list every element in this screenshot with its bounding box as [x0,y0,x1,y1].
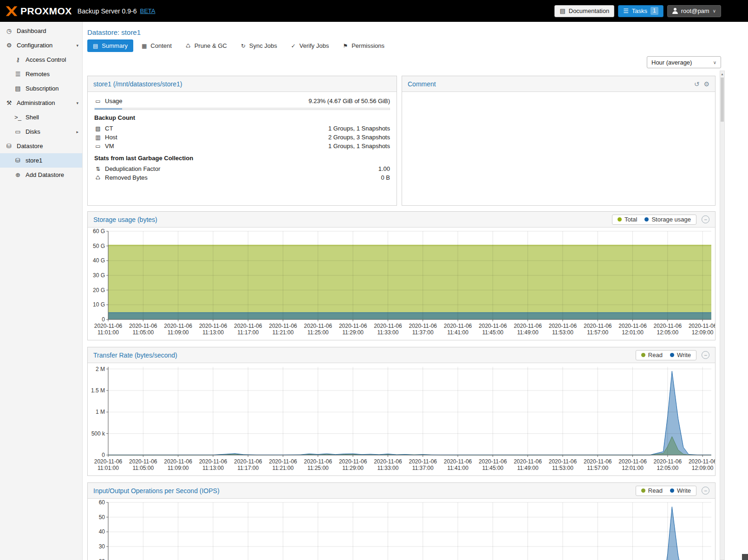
svg-text:2020-11-06: 2020-11-06 [654,458,682,465]
ticket-icon: ▤ [14,85,22,92]
panel-header: Storage usage (bytes) Total Storage usag… [88,212,715,228]
sidebar-item-subscription[interactable]: ▤ Subscription [0,81,82,96]
usage-value: 9.23% (4.67 GiB of 50.56 GiB) [308,98,390,104]
svg-text:2020-11-06: 2020-11-06 [269,458,297,465]
sidebar-item-disks[interactable]: ▭ Disks ▸ [0,124,82,139]
sidebar-item-dashboard[interactable]: ◷ Dashboard [0,24,82,38]
legend-item-write[interactable]: Write [670,487,691,494]
sidebar-item-shell[interactable]: >_ Shell [0,110,82,124]
svg-text:11:29:00: 11:29:00 [342,465,364,471]
svg-text:12:09:00: 12:09:00 [692,329,714,336]
legend-item-read[interactable]: Read [641,487,663,494]
comment-body[interactable] [402,92,715,101]
svg-text:2020-11-06: 2020-11-06 [199,323,228,329]
user-menu-button[interactable]: root@pam ∨ [667,5,721,17]
svg-text:11:49:00: 11:49:00 [517,465,539,471]
svg-text:12:05:00: 12:05:00 [657,465,679,471]
documentation-button[interactable]: ▤ Documentation [554,5,614,17]
proxmox-logo: PROXMOX [5,6,72,17]
svg-text:500 k: 500 k [91,430,105,437]
svg-text:2020-11-06: 2020-11-06 [339,458,367,465]
sidebar-item-datastore[interactable]: ⛁ Datastore [0,139,82,153]
tab-content[interactable]: ▦ Content [136,39,177,52]
beta-link[interactable]: BETA [140,7,155,14]
svg-text:60 G: 60 G [93,228,105,234]
svg-text:2020-11-06: 2020-11-06 [234,323,262,329]
sidebar-item-access-control[interactable]: ⚷ Access Control [0,52,82,67]
svg-text:12:01:00: 12:01:00 [622,465,644,471]
collapse-icon[interactable]: − [702,351,709,359]
panel-header: Input/Output Operations per Second (IOPS… [88,483,715,499]
brand-name: PROXMOX [20,6,72,17]
datastore-summary-panel: store1 (/mnt/datastores/store1) ▭ Usage … [87,76,397,206]
tasks-count-badge: 1 [650,7,658,15]
collapse-icon[interactable]: − [702,487,709,495]
svg-text:11:25:00: 11:25:00 [307,329,329,336]
svg-text:10 G: 10 G [93,301,105,308]
building-icon: ▥ [94,134,102,141]
svg-text:2020-11-06: 2020-11-06 [409,323,437,329]
legend-item-read[interactable]: Read [641,352,663,358]
sidebar-item-add-datastore[interactable]: ⊕ Add Datastore [0,168,82,182]
svg-text:11:05:00: 11:05:00 [132,465,154,471]
table-row: ⇅ Deduplication Factor 1.00 [94,164,390,173]
cube-icon: ▧ [94,125,102,132]
svg-text:11:33:00: 11:33:00 [377,329,399,336]
scroll-up-icon[interactable]: ▲ [720,71,724,77]
legend-item-total[interactable]: Total [618,216,637,223]
expander-down-icon[interactable]: ▾ [76,101,78,105]
svg-text:2020-11-06: 2020-11-06 [164,323,192,329]
svg-text:2020-11-06: 2020-11-06 [304,458,332,465]
legend-item-storage-usage[interactable]: Storage usage [644,216,691,223]
svg-text:2020-11-06: 2020-11-06 [689,323,715,329]
chevron-down-icon: ∨ [713,60,716,65]
chart-legend: Total Storage usage [612,215,696,225]
tab-prune-gc[interactable]: ♺ Prune & GC [180,39,233,52]
svg-text:11:45:00: 11:45:00 [482,465,503,471]
refresh-icon[interactable]: ↺ [694,80,700,88]
sidebar-item-store1[interactable]: ⛁ store1 [0,153,82,168]
main-content: Datastore: store1 ▤ Summary ▦ Content ♺ … [83,22,748,560]
svg-text:2020-11-06: 2020-11-06 [444,323,472,329]
svg-text:2020-11-06: 2020-11-06 [199,458,228,465]
legend-dot [644,217,649,221]
tab-summary[interactable]: ▤ Summary [87,39,133,52]
svg-text:0: 0 [102,452,105,458]
svg-text:2020-11-06: 2020-11-06 [374,458,402,465]
svg-text:2020-11-06: 2020-11-06 [444,458,472,465]
svg-text:2020-11-06: 2020-11-06 [339,323,367,329]
svg-text:11:05:00: 11:05:00 [132,329,154,336]
tab-permissions[interactable]: ⚑ Permissions [337,39,390,52]
sidebar-item-administration[interactable]: ⚒ Administration ▾ [0,96,82,110]
tab-sync-jobs[interactable]: ↻ Sync Jobs [235,39,283,52]
svg-text:40 G: 40 G [93,257,105,264]
svg-text:50 G: 50 G [93,243,105,249]
svg-text:2 M: 2 M [96,366,105,372]
collapse-icon[interactable]: − [702,215,709,223]
expander-down-icon[interactable]: ▾ [76,43,78,48]
tasks-button[interactable]: ☰ Tasks 1 [618,5,663,17]
grid-icon: ▦ [142,43,147,49]
sidebar-item-remotes[interactable]: ☰ Remotes [0,67,82,81]
legend-item-write[interactable]: Write [670,352,691,358]
gear-icon[interactable]: ⚙ [703,80,709,88]
svg-text:12:05:00: 12:05:00 [657,329,679,336]
tab-verify-jobs[interactable]: ✓ Verify Jobs [286,39,335,52]
scrollbar-thumb[interactable] [721,78,724,122]
svg-text:11:57:00: 11:57:00 [587,465,608,471]
svg-text:2020-11-06: 2020-11-06 [374,323,402,329]
svg-text:11:25:00: 11:25:00 [307,465,329,471]
svg-text:60: 60 [99,499,105,506]
usage-progress-fill [95,108,122,110]
svg-text:2020-11-06: 2020-11-06 [514,323,542,329]
expander-right-icon[interactable]: ▸ [76,130,78,134]
key-icon: ⚷ [14,56,22,63]
usage-progress-bar [94,108,390,110]
vertical-scrollbar[interactable]: ▲ [720,71,725,560]
svg-text:11:01:00: 11:01:00 [98,329,119,336]
svg-text:2020-11-06: 2020-11-06 [234,458,262,465]
iops-panel: Input/Output Operations per Second (IOPS… [87,482,715,560]
sidebar-item-configuration[interactable]: ⚙ Configuration ▾ [0,38,82,52]
svg-text:2020-11-06: 2020-11-06 [549,458,577,465]
time-range-select[interactable]: Hour (average) ∨ [647,56,721,68]
